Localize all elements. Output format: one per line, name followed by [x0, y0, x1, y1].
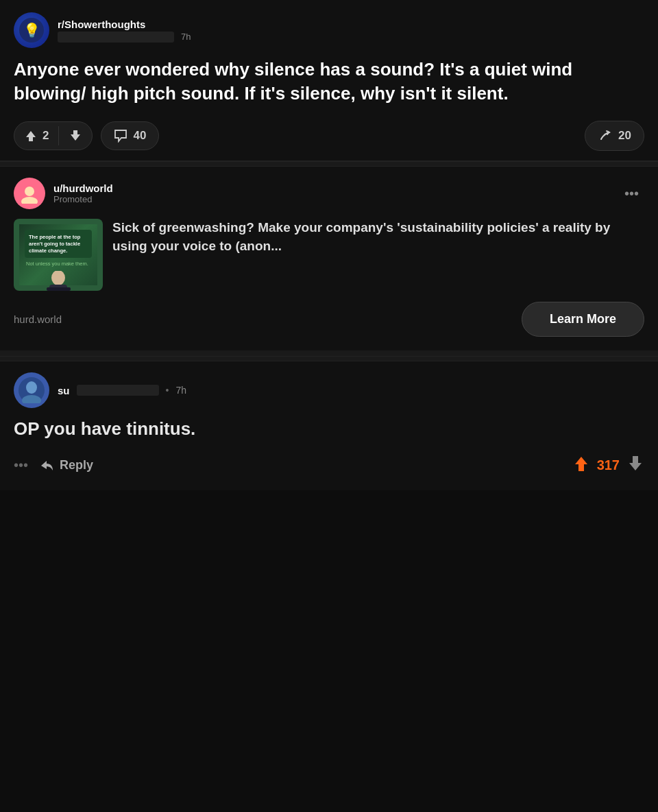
comments-button[interactable]: 40	[101, 121, 159, 150]
svg-point-4	[51, 271, 65, 285]
ad-user-info: u/hurdworld Promoted	[53, 182, 113, 204]
ad-more-button[interactable]: •••	[619, 183, 644, 204]
upvote-count: 2	[42, 129, 49, 143]
comment-actions: ••• Reply 317	[14, 455, 644, 477]
share-icon	[598, 128, 613, 143]
ad-header-left: u/hurdworld Promoted	[14, 178, 113, 209]
svg-text:💡: 💡	[23, 22, 40, 38]
comment-downvote-button[interactable]	[626, 455, 644, 477]
comment-icon	[114, 129, 127, 143]
share-count: 20	[618, 129, 631, 143]
post-meta: r/Showerthoughts 7h	[58, 19, 191, 43]
reply-label: Reply	[60, 458, 93, 473]
vote-pill: 2	[14, 121, 93, 150]
svg-point-2	[25, 187, 34, 196]
thumb-title: The people at the top aren't going to ta…	[29, 234, 88, 254]
upvote-icon	[24, 129, 38, 143]
ad-footer: hurd.world Learn More	[14, 302, 644, 337]
comment-avatar	[14, 372, 49, 408]
comment-header: su • 7h	[14, 372, 644, 408]
ad-avatar	[14, 178, 45, 209]
ad-promoted-label: Promoted	[53, 194, 113, 204]
comment-time: 7h	[175, 385, 186, 396]
section-divider-2	[0, 356, 658, 361]
post-actions: 2 40 20	[14, 121, 644, 151]
post-time: 7h	[181, 32, 191, 42]
downvote-icon	[69, 129, 82, 143]
ad-text: Sick of greenwashing? Make your company'…	[112, 219, 644, 291]
ad-domain: hurd.world	[14, 313, 62, 325]
comment-upvote-icon	[572, 455, 590, 473]
ad-thumbnail: The people at the top aren't going to ta…	[14, 219, 103, 291]
reply-button[interactable]: Reply	[39, 458, 93, 473]
svg-point-3	[21, 197, 38, 204]
ad-content: The people at the top aren't going to ta…	[14, 219, 644, 291]
comment-container: su • 7h OP you have tinnitus. ••• Reply …	[0, 361, 658, 490]
comment-username-redacted	[77, 385, 159, 396]
comment-downvote-icon	[626, 455, 644, 473]
post-header: 💡 r/Showerthoughts 7h	[14, 12, 644, 48]
ad-container: u/hurdworld Promoted ••• The people at t…	[0, 167, 658, 356]
comment-username-prefix: su	[58, 385, 70, 396]
subreddit-name[interactable]: r/Showerthoughts	[58, 19, 191, 30]
comment-vote-count: 317	[597, 457, 620, 473]
learn-more-button[interactable]: Learn More	[522, 302, 644, 337]
username-redacted	[58, 32, 174, 43]
ad-thumb-image: The people at the top aren't going to ta…	[19, 224, 97, 285]
comment-upvote-button[interactable]	[572, 455, 590, 477]
thumb-body: Not unless you make them.	[25, 261, 92, 268]
section-divider	[0, 161, 658, 167]
comment-meta: su • 7h	[58, 385, 186, 396]
upvote-button[interactable]: 2	[14, 122, 58, 150]
downvote-button[interactable]	[59, 122, 92, 150]
comment-more-button[interactable]: •••	[14, 457, 28, 473]
svg-rect-6	[47, 287, 71, 291]
subreddit-avatar: 💡	[14, 12, 49, 48]
post-container: 💡 r/Showerthoughts 7h Anyone ever wonder…	[0, 0, 658, 161]
comment-text: OP you have tinnitus.	[14, 418, 644, 441]
ad-username[interactable]: u/hurdworld	[53, 182, 113, 194]
share-button[interactable]: 20	[585, 121, 644, 151]
comment-vote-area: 317	[572, 455, 644, 477]
reply-icon	[39, 458, 54, 473]
ad-header: u/hurdworld Promoted •••	[14, 178, 644, 209]
post-title: Anyone ever wondered why silence has a s…	[14, 58, 644, 106]
comment-count: 40	[133, 129, 146, 143]
svg-point-8	[26, 381, 37, 394]
